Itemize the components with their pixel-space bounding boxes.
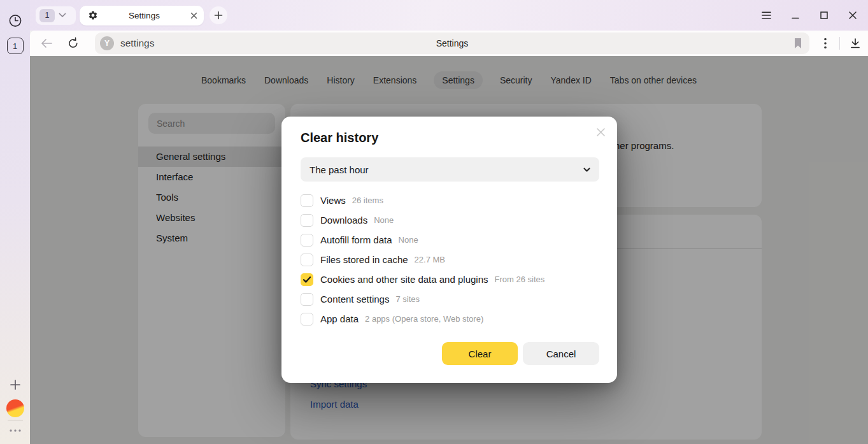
cancel-button[interactable]: Cancel bbox=[523, 342, 599, 365]
url-text: settings bbox=[120, 38, 154, 49]
rail-add-icon[interactable] bbox=[9, 378, 22, 391]
row-downloads: Downloads None bbox=[301, 210, 599, 230]
row-cache: Files stored in cache 22.7 MB bbox=[301, 250, 599, 269]
option-value: From 26 sites bbox=[495, 275, 545, 284]
checkbox-app-data[interactable] bbox=[301, 313, 313, 326]
tab-title: Settings bbox=[98, 11, 190, 20]
tab-count-badge[interactable]: 1 bbox=[7, 38, 24, 54]
maximize-button[interactable] bbox=[818, 10, 829, 21]
omnibox-page-title: Settings bbox=[95, 38, 809, 48]
checkbox-cache[interactable] bbox=[301, 254, 313, 266]
history-clock-icon[interactable] bbox=[8, 14, 22, 27]
option-value: None bbox=[399, 235, 418, 245]
window-controls bbox=[761, 10, 868, 21]
new-tab-button[interactable] bbox=[210, 6, 227, 24]
time-period-select[interactable]: The past hour bbox=[301, 157, 599, 182]
clear-history-dialog: Clear history The past hour Views 26 ite… bbox=[281, 117, 617, 383]
dialog-close-icon[interactable] bbox=[594, 125, 607, 138]
menu-icon[interactable] bbox=[761, 10, 772, 21]
toolbar-divider bbox=[839, 37, 840, 50]
browser-tab-settings[interactable]: Settings bbox=[80, 6, 204, 25]
tab-count-label: 1 bbox=[13, 41, 17, 51]
row-cookies: Cookies and other site data and plugins … bbox=[301, 269, 599, 289]
close-window-button[interactable] bbox=[847, 10, 858, 21]
browser-window: 1 1 Settings bbox=[0, 0, 868, 444]
more-menu-icon[interactable] bbox=[818, 36, 832, 50]
option-value: 22.7 MB bbox=[415, 255, 445, 264]
option-label: Views bbox=[320, 195, 346, 206]
row-app-data: App data 2 apps (Opera store, Web store) bbox=[301, 309, 599, 329]
clear-button[interactable]: Clear bbox=[442, 342, 518, 365]
tab-close-icon[interactable] bbox=[190, 12, 197, 19]
option-value: None bbox=[374, 215, 394, 225]
tab-group-chip[interactable]: 1 bbox=[36, 6, 76, 25]
yandex-mail-icon[interactable] bbox=[6, 399, 24, 417]
option-label: App data bbox=[320, 313, 359, 324]
row-views: Views 26 items bbox=[301, 190, 599, 210]
site-favicon: Y bbox=[100, 36, 114, 50]
checkbox-downloads[interactable] bbox=[301, 214, 313, 227]
bookmark-icon[interactable] bbox=[792, 37, 804, 50]
option-label: Content settings bbox=[320, 294, 389, 304]
row-content-settings: Content settings 7 sites bbox=[301, 289, 599, 309]
rail-divider bbox=[8, 420, 23, 420]
checkbox-content-settings[interactable] bbox=[301, 293, 313, 306]
option-value: 26 items bbox=[352, 196, 383, 205]
option-value: 7 sites bbox=[395, 294, 420, 304]
gear-icon bbox=[88, 10, 98, 20]
omnibox[interactable]: Y settings Settings bbox=[95, 32, 809, 54]
downloads-icon[interactable] bbox=[848, 36, 863, 51]
back-icon[interactable] bbox=[39, 36, 54, 51]
option-label: Cookies and other site data and plugins bbox=[320, 274, 488, 285]
dialog-title: Clear history bbox=[301, 131, 378, 145]
clear-options-list: Views 26 items Downloads None Autofill f… bbox=[301, 190, 599, 329]
checkbox-views[interactable] bbox=[301, 194, 313, 207]
reload-icon[interactable] bbox=[66, 36, 81, 51]
left-rail: 1 bbox=[0, 0, 30, 444]
rail-more-icon[interactable] bbox=[8, 429, 22, 433]
tab-group-count: 1 bbox=[39, 9, 55, 22]
address-bar: Y settings Settings bbox=[30, 31, 868, 56]
option-value: 2 apps (Opera store, Web store) bbox=[365, 314, 483, 324]
time-period-value: The past hour bbox=[309, 164, 369, 175]
dialog-buttons: Clear Cancel bbox=[442, 342, 599, 365]
tab-strip: 1 Settings bbox=[30, 0, 868, 31]
checkbox-cookies[interactable] bbox=[301, 273, 313, 286]
chevron-down-icon bbox=[583, 168, 590, 172]
option-label: Autofill form data bbox=[320, 234, 392, 245]
row-autofill: Autofill form data None bbox=[301, 230, 599, 250]
checkbox-autofill[interactable] bbox=[301, 234, 313, 247]
minimize-button[interactable] bbox=[790, 10, 800, 21]
option-label: Downloads bbox=[320, 215, 367, 226]
chevron-down-icon[interactable] bbox=[59, 13, 66, 18]
option-label: Files stored in cache bbox=[320, 254, 408, 265]
